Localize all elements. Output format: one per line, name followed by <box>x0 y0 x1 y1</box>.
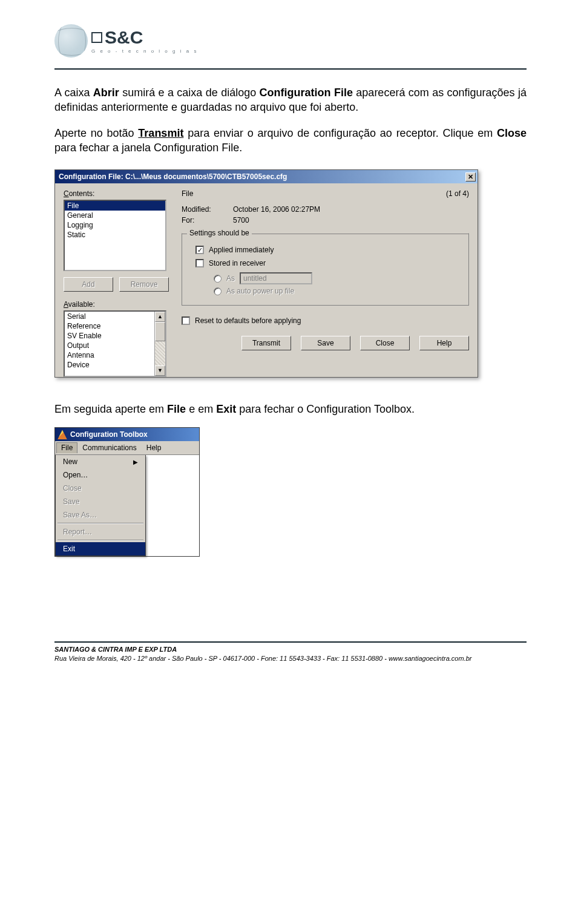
dialog-titlebar: Configuration File: C:\...\Meus document… <box>55 170 478 183</box>
list-item[interactable]: Antenna <box>65 350 165 360</box>
file-dropdown: New▶ Open… Close Save Save As… Report… E… <box>55 455 146 556</box>
contents-label: Contents: <box>64 189 176 198</box>
footer-company: SANTIAGO & CINTRA IMP E EXP LTDA <box>54 645 527 654</box>
dialog-close-button[interactable]: ✕ <box>465 172 476 182</box>
for-label: For: <box>182 216 233 224</box>
menu-item-exit[interactable]: Exit <box>56 542 145 555</box>
available-scrollbar[interactable]: ▲ ▼ <box>154 312 165 376</box>
toolbox-title: Configuration Toolbox <box>70 430 148 439</box>
paragraph-3: Em seguida aperte em File e em Exit para… <box>54 402 527 416</box>
globe-icon <box>54 24 88 57</box>
add-button[interactable]: Add <box>64 277 113 292</box>
save-button[interactable]: Save <box>301 336 350 350</box>
as-auto-powerup-radio[interactable] <box>214 287 222 295</box>
paragraph-1: A caixa Abrir sumirá e a caixa de diálog… <box>54 85 527 115</box>
stored-in-receiver-checkbox[interactable] <box>195 259 204 267</box>
applied-immediately-checkbox[interactable]: ✓ <box>195 246 204 254</box>
reset-defaults-label: Reset to defaults before applying <box>195 316 301 325</box>
footer-divider <box>54 641 527 643</box>
reset-defaults-checkbox[interactable] <box>182 316 190 325</box>
logo-square-icon <box>91 32 102 43</box>
page-counter: (1 of 4) <box>446 189 469 198</box>
available-label: Available: <box>64 300 176 309</box>
dialog-title: Configuration File: C:\...\Meus document… <box>59 172 287 181</box>
list-item[interactable]: Device <box>65 360 165 370</box>
contents-listbox[interactable]: File General Logging Static <box>64 200 166 271</box>
help-button[interactable]: Help <box>419 336 469 350</box>
transmit-button[interactable]: Transmit <box>241 336 291 350</box>
toolbox-menubar: File Communications Help <box>55 441 199 455</box>
list-item[interactable]: Logging <box>65 220 165 230</box>
submenu-arrow-icon: ▶ <box>133 459 138 465</box>
modified-value: October 16, 2006 02:27PM <box>233 205 320 214</box>
list-item[interactable]: File <box>65 201 165 211</box>
menu-communications[interactable]: Communications <box>77 442 141 453</box>
app-icon <box>57 430 67 439</box>
scroll-thumb[interactable] <box>155 322 165 341</box>
menu-item-save[interactable]: Save <box>56 495 145 508</box>
list-item[interactable]: Serial <box>65 312 165 321</box>
page-footer: SANTIAGO & CINTRA IMP E EXP LTDA Rua Vie… <box>0 645 581 669</box>
list-item[interactable]: General <box>65 211 165 220</box>
applied-immediately-label: Applied immediately <box>209 246 274 254</box>
footer-address: Rua Vieira de Morais, 420 - 12º andar - … <box>54 654 527 663</box>
groupbox-legend: Settings should be <box>187 229 252 237</box>
paragraph-2: Aperte no botão Transmit para enviar o a… <box>54 126 527 156</box>
menu-item-save-as[interactable]: Save As… <box>56 508 145 522</box>
list-item[interactable]: Output <box>65 341 165 350</box>
stored-in-receiver-label: Stored in receiver <box>209 259 266 267</box>
file-section-label: File <box>182 189 193 198</box>
menu-separator <box>57 523 143 524</box>
as-radio[interactable] <box>214 275 222 283</box>
header-divider <box>54 68 527 70</box>
menu-item-new[interactable]: New▶ <box>56 455 145 468</box>
list-item[interactable]: Reference <box>65 321 165 331</box>
list-item[interactable]: SV Enable <box>65 331 165 341</box>
menu-item-close[interactable]: Close <box>56 482 145 495</box>
scroll-down-icon[interactable]: ▼ <box>155 365 165 376</box>
logo-tagline: G e o - t e c n o l o g i a s <box>91 49 198 54</box>
modified-label: Modified: <box>182 205 233 214</box>
list-item[interactable]: Static <box>65 230 165 240</box>
configuration-file-dialog: Configuration File: C:\...\Meus document… <box>54 169 478 378</box>
for-value: 5700 <box>233 216 249 224</box>
settings-groupbox: Settings should be ✓ Applied immediately… <box>182 233 469 306</box>
scroll-up-icon[interactable]: ▲ <box>155 312 165 322</box>
menu-separator <box>57 540 143 541</box>
toolbox-titlebar: Configuration Toolbox <box>55 428 199 441</box>
available-listbox[interactable]: Serial Reference SV Enable Output Antenn… <box>64 310 166 377</box>
menu-item-open[interactable]: Open… <box>56 468 145 482</box>
menu-file[interactable]: File <box>56 442 77 453</box>
menu-item-report[interactable]: Report… <box>56 525 145 539</box>
configuration-toolbox-window: Configuration Toolbox File Communication… <box>54 427 200 557</box>
menu-help[interactable]: Help <box>142 442 166 453</box>
as-name-input[interactable]: untitled <box>240 272 312 284</box>
close-button[interactable]: Close <box>360 336 410 350</box>
logo-block: S&C G e o - t e c n o l o g i a s <box>54 24 527 57</box>
remove-button[interactable]: Remove <box>119 277 169 292</box>
as-radio-label: As <box>226 274 235 283</box>
as-auto-powerup-label: As auto power up file <box>226 287 294 295</box>
logo-brand: S&C <box>105 28 143 47</box>
